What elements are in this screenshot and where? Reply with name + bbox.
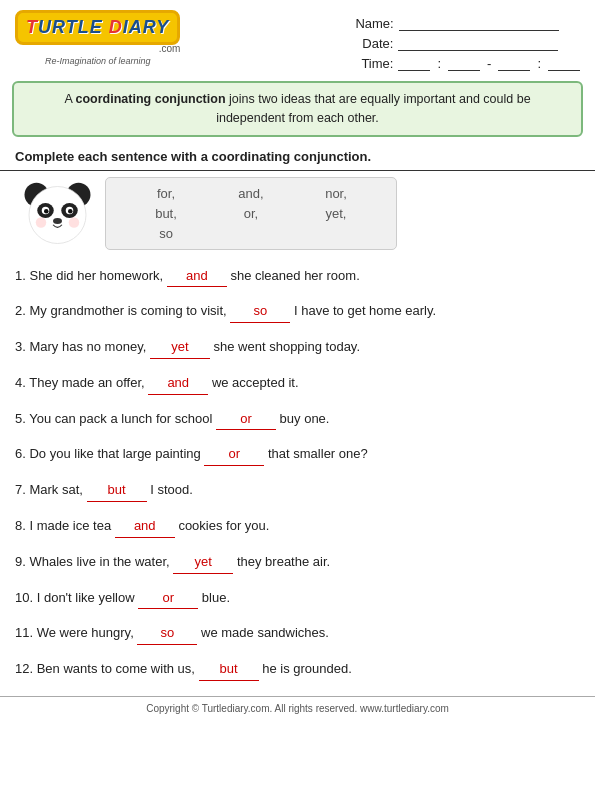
option-nor: nor, — [296, 186, 376, 201]
sentence-row: 6. Do you like that large painting or th… — [15, 437, 580, 473]
info-box: A coordinating conjunction joins two ide… — [12, 81, 583, 137]
sentence-post: that smaller one? — [268, 446, 368, 461]
sentence-answer: yet — [150, 337, 210, 359]
svg-point-7 — [44, 209, 49, 214]
sentence-row: 7. Mark sat, but I stood. — [15, 473, 580, 509]
sentence-row: 12. Ben wants to come with us, but he is… — [15, 652, 580, 688]
sentence-post: cookies for you. — [178, 518, 269, 533]
sentence-pre: They made an offer, — [29, 375, 144, 390]
sentence-num: 9. — [15, 554, 26, 569]
sentence-answer: or — [138, 588, 198, 610]
sentence-post: she cleaned her room. — [230, 268, 359, 283]
date-label: Date: — [355, 36, 393, 51]
date-row: Date: — [355, 35, 580, 51]
sentence-pre: Mark sat, — [29, 482, 82, 497]
name-fields: Name: Date: Time: : - : — [355, 15, 580, 71]
logo-com: .com — [159, 43, 181, 54]
sentence-num: 2. — [15, 303, 26, 318]
sentence-num: 12. — [15, 661, 33, 676]
sentence-pre: Whales live in the water, — [29, 554, 169, 569]
option-and: and, — [211, 186, 291, 201]
logo-area: TURTLE DIARY .com Re-Imagination of lear… — [15, 10, 180, 66]
sentence-num: 8. — [15, 518, 26, 533]
logo-sub: Re-Imagination of learning — [45, 56, 151, 66]
sentence-num: 10. — [15, 590, 33, 605]
sentence-row: 10. I don't like yellow or blue. — [15, 581, 580, 617]
sentence-answer: and — [167, 266, 227, 288]
sentence-post: they breathe air. — [237, 554, 330, 569]
option-for: for, — [126, 186, 206, 201]
sentence-post: buy one. — [280, 411, 330, 426]
date-line — [398, 35, 558, 51]
sentence-num: 7. — [15, 482, 26, 497]
sentence-num: 4. — [15, 375, 26, 390]
sentences-area: 1. She did her homework, and she cleaned… — [0, 259, 595, 689]
info-text: A coordinating conjunction joins two ide… — [64, 92, 530, 125]
time-line4 — [548, 55, 580, 71]
sentence-answer: but — [199, 659, 259, 681]
logo: TURTLE DIARY — [15, 10, 180, 45]
instruction: Complete each sentence with a coordinati… — [0, 145, 595, 171]
sentence-post: we made sandwiches. — [201, 625, 329, 640]
sentence-row: 11. We were hungry, so we made sandwiche… — [15, 616, 580, 652]
svg-point-9 — [53, 218, 62, 224]
option-so: so — [126, 226, 206, 241]
sentence-answer: so — [230, 301, 290, 323]
option-but: but, — [126, 206, 206, 221]
svg-point-2 — [29, 186, 86, 243]
sentence-post: we accepted it. — [212, 375, 299, 390]
sentence-answer: yet — [173, 552, 233, 574]
sentence-pre: We were hungry, — [37, 625, 134, 640]
sentence-answer: but — [87, 480, 147, 502]
svg-point-10 — [36, 217, 47, 228]
name-row: Name: — [355, 15, 580, 31]
sentence-post: I stood. — [150, 482, 193, 497]
sentence-pre: She did her homework, — [29, 268, 163, 283]
sentence-post: he is grounded. — [262, 661, 352, 676]
sentence-pre: I don't like yellow — [37, 590, 135, 605]
sentence-row: 1. She did her homework, and she cleaned… — [15, 259, 580, 295]
sentence-post: blue. — [202, 590, 230, 605]
sentence-pre: Do you like that large painting — [29, 446, 200, 461]
time-row: Time: : - : — [355, 55, 580, 71]
sentence-answer: or — [216, 409, 276, 431]
sentence-num: 3. — [15, 339, 26, 354]
panda-image — [20, 176, 95, 251]
sentence-answer: and — [148, 373, 208, 395]
sentence-answer: or — [204, 444, 264, 466]
sentence-pre: I made ice tea — [29, 518, 111, 533]
sentence-row: 9. Whales live in the water, yet they br… — [15, 545, 580, 581]
sentence-row: 4. They made an offer, and we accepted i… — [15, 366, 580, 402]
bold-term: coordinating conjunction — [76, 92, 226, 106]
sentence-answer: so — [137, 623, 197, 645]
sentence-num: 1. — [15, 268, 26, 283]
options-box: for, and, nor, but, or, yet, so — [105, 177, 397, 250]
time-label: Time: — [355, 56, 393, 71]
sentence-row: 2. My grandmother is coming to visit, so… — [15, 294, 580, 330]
name-line — [399, 15, 559, 31]
time-line2 — [448, 55, 480, 71]
sentence-answer: and — [115, 516, 175, 538]
sentence-post: I have to get home early. — [294, 303, 436, 318]
panda-options-area: for, and, nor, but, or, yet, so — [20, 176, 580, 251]
sentence-pre: Ben wants to come with us, — [37, 661, 195, 676]
time-line3 — [498, 55, 530, 71]
page-header: TURTLE DIARY .com Re-Imagination of lear… — [0, 0, 595, 76]
sentence-pre: Mary has no money, — [29, 339, 146, 354]
name-label: Name: — [355, 16, 393, 31]
sentence-row: 3. Mary has no money, yet she went shopp… — [15, 330, 580, 366]
footer: Copyright © Turtlediary.com. All rights … — [0, 696, 595, 718]
time-line1 — [398, 55, 430, 71]
option-or: or, — [211, 206, 291, 221]
sentence-num: 5. — [15, 411, 26, 426]
sentence-post: she went shopping today. — [214, 339, 360, 354]
svg-point-8 — [68, 209, 73, 214]
option-yet: yet, — [296, 206, 376, 221]
svg-point-11 — [69, 217, 80, 228]
sentence-row: 8. I made ice tea and cookies for you. — [15, 509, 580, 545]
sentence-pre: You can pack a lunch for school — [29, 411, 212, 426]
sentence-num: 11. — [15, 625, 33, 640]
sentence-row: 5. You can pack a lunch for school or bu… — [15, 402, 580, 438]
sentence-num: 6. — [15, 446, 26, 461]
sentence-pre: My grandmother is coming to visit, — [29, 303, 226, 318]
